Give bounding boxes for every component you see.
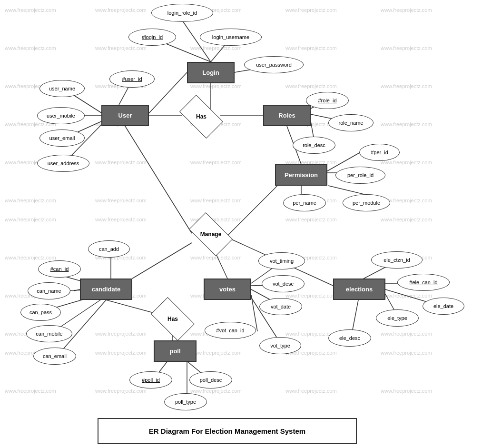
svg-line-21: [125, 126, 192, 233]
relationship-manage: Manage: [192, 222, 230, 246]
watermark: www.freeprojectz.com: [5, 7, 56, 13]
watermark: www.freeprojectz.com: [5, 255, 56, 260]
watermark: www.freeprojectz.com: [381, 350, 432, 356]
watermark: www.freeprojectz.com: [285, 7, 337, 13]
watermark: www.freeprojectz.com: [95, 331, 147, 337]
watermark: www.freeprojectz.com: [95, 350, 147, 356]
svg-line-25: [132, 243, 192, 279]
attr-can-pass: can_pass: [20, 304, 61, 321]
attr-can-email: can_email: [33, 348, 76, 365]
watermark: www.freeprojectz.com: [381, 293, 432, 299]
watermark: www.freeprojectz.com: [285, 388, 337, 394]
entity-permission: Permission: [275, 164, 327, 186]
watermark: www.freeprojectz.com: [190, 83, 242, 89]
attr-per-role-id: per_role_id: [335, 167, 385, 184]
watermark: www.freeprojectz.com: [381, 217, 432, 222]
attr-login-username: login_username: [200, 29, 262, 46]
watermark: www.freeprojectz.com: [95, 7, 147, 13]
attr-login-id: #login_id: [128, 29, 176, 46]
entity-elections: elections: [333, 279, 385, 300]
watermark: www.freeprojectz.com: [95, 217, 147, 222]
attr-role-id: #role_id: [306, 92, 349, 109]
attr-ele-date: ele_date: [423, 298, 464, 315]
watermark: www.freeprojectz.com: [95, 198, 147, 203]
watermark: www.freeprojectz.com: [95, 45, 147, 51]
watermark: www.freeprojectz.com: [5, 198, 56, 203]
watermark: www.freeprojectz.com: [5, 45, 56, 51]
watermark: www.freeprojectz.com: [5, 217, 56, 222]
attr-vot-desc: vot_desc: [262, 275, 305, 292]
attr-login-role-id: login_role_id: [151, 4, 213, 22]
attr-user-address: user_address: [37, 155, 89, 172]
watermark: www.freeprojectz.com: [381, 159, 432, 165]
watermark: www.freeprojectz.com: [95, 388, 147, 394]
watermark: www.freeprojectz.com: [285, 293, 337, 299]
diagram-title: ER Diagram For Election Management Syste…: [98, 418, 357, 444]
entity-roles: Roles: [263, 105, 311, 126]
attr-per-module: per_module: [343, 194, 390, 211]
attr-poll-type: poll_type: [164, 393, 207, 410]
attr-vot-timing: vot_timing: [258, 252, 305, 269]
attr-vot-type: vot_type: [259, 337, 301, 354]
attr-can-mobile: can_mobile: [26, 325, 72, 342]
svg-line-20: [328, 186, 364, 194]
watermark: www.freeprojectz.com: [190, 388, 242, 394]
watermark: www.freeprojectz.com: [381, 388, 432, 394]
attr-per-name: per_name: [283, 194, 326, 211]
watermark: www.freeprojectz.com: [5, 388, 56, 394]
watermark: www.freeprojectz.com: [190, 350, 242, 356]
attr-role-name: role_name: [328, 114, 374, 131]
attr-user-password: user_password: [244, 56, 304, 73]
attr-ele-desc: ele_desc: [328, 329, 371, 347]
attr-user-email: user_email: [39, 129, 85, 147]
entity-poll: poll: [154, 340, 197, 362]
entity-candidate: candidate: [80, 279, 132, 300]
er-lines: [0, 0, 482, 448]
attr-per-id: #per_id: [359, 144, 400, 161]
watermark: www.freeprojectz.com: [285, 83, 337, 89]
attr-role-desc: role_desc: [293, 137, 335, 154]
attr-poll-id: #poll_id: [129, 371, 172, 388]
watermark: www.freeprojectz.com: [285, 217, 337, 222]
entity-login: Login: [187, 62, 235, 83]
watermark: www.freeprojectz.com: [190, 45, 242, 51]
er-diagram: www.freeprojectz.com www.freeprojectz.co…: [0, 0, 482, 448]
watermark: www.freeprojectz.com: [285, 45, 337, 51]
watermark: www.freeprojectz.com: [95, 159, 147, 165]
attr-can-name: can_name: [28, 282, 70, 299]
entity-votes: votes: [204, 279, 251, 300]
watermark: www.freeprojectz.com: [381, 7, 432, 13]
watermark: www.freeprojectz.com: [381, 83, 432, 89]
attr-can-add: can_add: [88, 240, 130, 258]
attr-vot-date: vot_date: [259, 298, 302, 315]
relationship-has1: Has: [182, 105, 220, 129]
attr-can-id: #can_id: [38, 260, 81, 278]
attr-poll-desc: poll_desc: [189, 371, 232, 388]
watermark: www.freeprojectz.com: [381, 45, 432, 51]
attr-ele-can-id: #ele_can_id: [397, 274, 450, 291]
attr-ele-type: ele_type: [376, 309, 419, 327]
entity-user: User: [101, 105, 149, 126]
watermark: www.freeprojectz.com: [381, 331, 432, 337]
watermark: www.freeprojectz.com: [381, 121, 432, 127]
attr-vot-can-id: #vot_can_id: [205, 322, 256, 339]
watermark: www.freeprojectz.com: [190, 198, 242, 203]
attr-user-mobile: user_mobile: [37, 107, 85, 124]
watermark: www.freeprojectz.com: [190, 159, 242, 165]
attr-ele-ctzn-id: ele_ctzn_id: [371, 251, 423, 269]
attr-user-id: #user_id: [109, 70, 155, 88]
attr-user-name: user_name: [39, 80, 85, 97]
relationship-has2: Has: [154, 307, 192, 331]
